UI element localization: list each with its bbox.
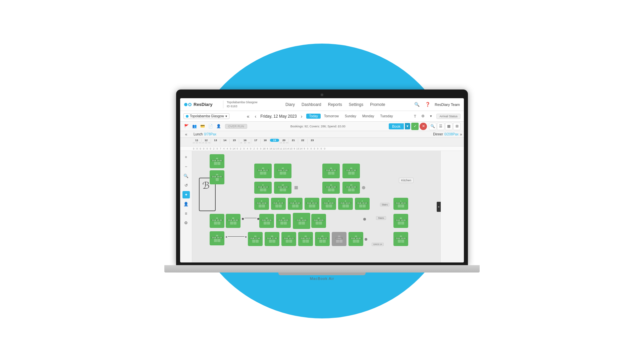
table-45[interactable]: 45 DUE 16:00 (210, 154, 224, 168)
time-22: 22 (298, 139, 308, 144)
table-9[interactable]: 9 DUE 19:15 (254, 182, 272, 194)
table-30[interactable]: 30 DUE 16:00 (393, 214, 408, 228)
logo-area: ResDiary (184, 102, 218, 107)
flag-icon[interactable]: 🚩 (183, 123, 190, 129)
cov-22: 6 (266, 146, 269, 150)
venue-selector[interactable]: Topolabamba Glasgow ▾ (183, 113, 229, 119)
overrun-button[interactable]: OVER RUN (225, 124, 247, 129)
cov-35: 0 (310, 146, 313, 150)
table-11[interactable]: 11 DUE 16:00 (322, 182, 340, 194)
zoom-in-tool[interactable]: + (182, 154, 190, 161)
nav-promote[interactable]: Promote (370, 101, 385, 108)
table-4[interactable]: 4 DUE 18:00 (321, 198, 336, 210)
collapse-left-icon[interactable]: « (185, 132, 187, 137)
table-26[interactable]: 26 DUE 19:15 (298, 232, 313, 246)
nav-prev-week[interactable]: « (246, 114, 251, 119)
table-35[interactable]: 35 DUE 16:00 (293, 213, 310, 229)
table-34[interactable]: 34 DUE 18:00 (276, 214, 291, 228)
time-20: 20 15 30 45 (279, 139, 289, 144)
table-36b[interactable]: 36 DUE 16:00 (311, 214, 326, 228)
date-tab-tomorrow[interactable]: Tomorrow (321, 114, 341, 119)
person-tool[interactable]: 👤 (182, 200, 190, 208)
nav-next-day[interactable]: › (300, 114, 304, 119)
nav-diary[interactable]: Diary (285, 101, 295, 108)
list-tool[interactable]: ≡ (182, 210, 190, 217)
date-tab-today[interactable]: Today (306, 114, 321, 119)
connector-2 (362, 186, 365, 189)
card-icon[interactable]: 💳 (200, 123, 206, 129)
search-icon[interactable]: 🔍 (413, 101, 421, 108)
nav-settings[interactable]: Settings (349, 101, 363, 108)
laptop-base: MacBook Air (164, 265, 480, 273)
cancel-button[interactable]: ✕ (420, 123, 427, 130)
chevron-down-icon[interactable]: ▾ (428, 113, 434, 120)
search-tool[interactable]: 🔍 (182, 172, 190, 180)
time-21: 21 (289, 139, 298, 144)
table-33[interactable]: 33 DUE 18:30 (259, 214, 274, 228)
date-tab-monday[interactable]: Monday (360, 114, 377, 119)
cov-2: 0 (199, 146, 202, 150)
sub-3: 15 (202, 142, 205, 144)
table-31[interactable]: 31 DUE 18:45 (210, 214, 224, 228)
table-8[interactable]: 8 DUE 16:30 (254, 198, 269, 210)
table-2[interactable]: 2 DUE 18:15 (355, 198, 370, 210)
cov-37: 0 (316, 146, 320, 150)
grid-view-icon[interactable]: ▦ (445, 123, 452, 130)
dinner-label: Dinner (433, 132, 443, 136)
nav-reports[interactable]: Reports (328, 101, 342, 108)
zoom-out-tool[interactable]: − (182, 163, 190, 170)
table-27[interactable]: 27 DUE 16:15 (281, 232, 296, 246)
table-10b[interactable]: 10 DUE 16:00 (342, 182, 360, 194)
collapse-right-panel-btn[interactable]: « (437, 202, 441, 212)
settings-icon[interactable]: ⚙ (420, 113, 426, 120)
table-43[interactable]: 43 DUE 19:15 (254, 164, 272, 178)
date-tab-sunday[interactable]: Sunday (342, 114, 359, 119)
table-24-free[interactable]: 24 FREE (332, 232, 346, 246)
confirm-button[interactable]: ✓ (411, 123, 419, 130)
text-format-icon[interactable]: T (412, 113, 418, 120)
table-42[interactable]: 42 DUE 17:00 (274, 164, 291, 178)
table-28[interactable]: 28 DUE 17:45 (265, 232, 279, 246)
laptop-frame: ResDiary Topolabamba Glasgow ID 6163 Dia… (164, 89, 480, 273)
reset-tool[interactable]: ↺ (182, 182, 190, 189)
table-3[interactable]: 3 DUE 18:15 (338, 198, 353, 210)
book-button[interactable]: Book (389, 123, 404, 129)
settings-tool[interactable]: ⚙ (182, 219, 190, 227)
table-5[interactable]: 5 DUE 18:15 (305, 198, 319, 210)
cov-34: 0 (306, 146, 310, 150)
active-tool[interactable]: ✦ (182, 191, 190, 198)
table-23[interactable]: 23 DUE 16:00 (348, 232, 363, 246)
cov-36: 0 (313, 146, 316, 150)
table-25b[interactable]: 25 DUE 16:00 (393, 232, 408, 246)
stairs-label-2: Stairs (376, 216, 386, 220)
table-40[interactable]: 40 DUE 17:30 (342, 164, 360, 178)
list-view-icon[interactable]: ☰ (437, 123, 444, 130)
table-41[interactable]: 41 DUE 18:30 (322, 164, 340, 178)
nav-prev-day[interactable]: ‹ (254, 114, 258, 119)
cov-30: 9 (293, 146, 296, 150)
table-30b[interactable]: 30 DUE 16:15 (210, 231, 224, 245)
collapse-right-icon[interactable]: » (460, 132, 462, 137)
nav-dashboard[interactable]: Dashboard (302, 101, 321, 108)
cov-18: 2 (253, 146, 256, 150)
team-button[interactable]: ResDiary Team (435, 103, 460, 107)
book-button-dropdown[interactable]: ▾ (405, 123, 410, 129)
table-29[interactable]: 29 DUE 17:40 (248, 232, 263, 246)
table-1[interactable]: 1 DUE 18:15 (393, 198, 408, 210)
table-6[interactable]: 6 DUE 18:30 (288, 198, 303, 210)
table-7[interactable]: 7 DUE 16:45 (271, 198, 286, 210)
table-44[interactable]: 44 DUE 16:00 (210, 170, 224, 184)
date-tab-tuesday[interactable]: Tuesday (377, 114, 395, 119)
nav-right: 🔍 ❓ ResDiary Team (413, 101, 460, 108)
main-nav: Diary Dashboard Reports Settings Promote (263, 101, 408, 108)
table-25[interactable]: 25 DUE 19:15 (315, 232, 330, 246)
arrival-status-badge: Arrival Status (436, 114, 461, 119)
table-view-icon[interactable]: ⊞ (453, 123, 461, 130)
doc-icon[interactable]: 📄 (208, 123, 214, 129)
table-10[interactable]: 10 DUE 16:00 (274, 182, 291, 194)
person-add-icon[interactable]: 👤 (216, 123, 222, 129)
table-36[interactable]: 36 DUE 18:30 (226, 214, 240, 228)
search-view-icon[interactable]: 🔍 (429, 123, 436, 130)
people-icon[interactable]: 👥 (192, 123, 198, 129)
help-icon[interactable]: ❓ (424, 101, 431, 108)
